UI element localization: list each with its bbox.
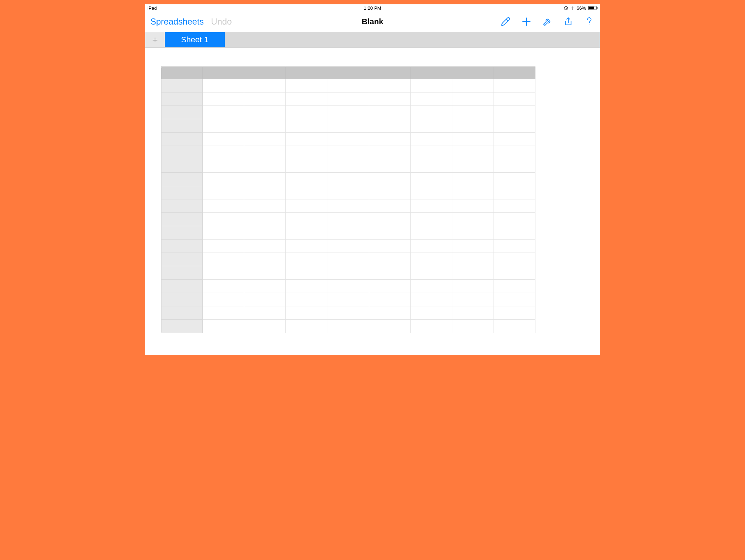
cell[interactable] [203, 213, 244, 226]
cell[interactable] [286, 159, 327, 173]
cell[interactable] [203, 293, 244, 306]
cell[interactable] [494, 266, 535, 280]
column-header[interactable] [327, 67, 369, 79]
cell[interactable] [494, 226, 535, 240]
cell[interactable] [410, 280, 452, 293]
cell[interactable] [452, 146, 494, 159]
plus-icon[interactable] [521, 16, 532, 27]
sheet-tab-1[interactable]: Sheet 1 [165, 32, 225, 47]
spreadsheet-canvas[interactable] [145, 48, 600, 355]
cell[interactable] [286, 266, 327, 280]
cell[interactable] [410, 320, 452, 333]
cell[interactable] [286, 173, 327, 186]
cell[interactable] [244, 92, 286, 106]
row-header[interactable] [162, 92, 203, 106]
cell[interactable] [452, 199, 494, 213]
cell[interactable] [327, 133, 369, 146]
cell[interactable] [244, 146, 286, 159]
cell[interactable] [203, 306, 244, 320]
cell[interactable] [494, 306, 535, 320]
cell[interactable] [452, 173, 494, 186]
cell[interactable] [410, 146, 452, 159]
cell[interactable] [244, 119, 286, 133]
help-icon[interactable] [584, 16, 595, 27]
cell[interactable] [244, 306, 286, 320]
cell[interactable] [286, 213, 327, 226]
cell[interactable] [452, 92, 494, 106]
wrench-icon[interactable] [542, 16, 553, 27]
cell[interactable] [244, 79, 286, 92]
cell[interactable] [452, 133, 494, 146]
cell[interactable] [494, 146, 535, 159]
column-header[interactable] [286, 67, 327, 79]
cell[interactable] [203, 186, 244, 199]
cell[interactable] [410, 226, 452, 240]
spreadsheet-grid[interactable] [161, 66, 535, 333]
cell[interactable] [452, 320, 494, 333]
cell[interactable] [369, 213, 410, 226]
cell[interactable] [494, 92, 535, 106]
cell[interactable] [494, 133, 535, 146]
cell[interactable] [369, 119, 410, 133]
cell[interactable] [203, 199, 244, 213]
cell[interactable] [410, 306, 452, 320]
cell[interactable] [244, 226, 286, 240]
cell[interactable] [369, 266, 410, 280]
cell[interactable] [203, 280, 244, 293]
cell[interactable] [327, 92, 369, 106]
cell[interactable] [327, 306, 369, 320]
cell[interactable] [244, 106, 286, 119]
row-header[interactable] [162, 266, 203, 280]
cell[interactable] [452, 106, 494, 119]
cell[interactable] [369, 240, 410, 253]
cell[interactable] [244, 293, 286, 306]
cell[interactable] [244, 173, 286, 186]
row-header[interactable] [162, 146, 203, 159]
column-header[interactable] [369, 67, 410, 79]
row-header[interactable] [162, 240, 203, 253]
cell[interactable] [203, 92, 244, 106]
cell[interactable] [410, 266, 452, 280]
column-header[interactable] [494, 67, 535, 79]
cell[interactable] [327, 280, 369, 293]
paintbrush-icon[interactable] [500, 16, 511, 27]
cell[interactable] [494, 199, 535, 213]
cell[interactable] [244, 213, 286, 226]
cell[interactable] [286, 146, 327, 159]
cell[interactable] [203, 320, 244, 333]
cell[interactable] [244, 186, 286, 199]
cell[interactable] [369, 79, 410, 92]
column-header[interactable] [203, 67, 244, 79]
cell[interactable] [286, 240, 327, 253]
cell[interactable] [494, 79, 535, 92]
row-header[interactable] [162, 133, 203, 146]
cell[interactable] [452, 119, 494, 133]
row-header[interactable] [162, 306, 203, 320]
cell[interactable] [286, 92, 327, 106]
cell[interactable] [410, 92, 452, 106]
cell[interactable] [494, 253, 535, 266]
column-header[interactable] [452, 67, 494, 79]
cell[interactable] [494, 280, 535, 293]
cell[interactable] [410, 133, 452, 146]
cell[interactable] [244, 253, 286, 266]
column-header[interactable] [410, 67, 452, 79]
cell[interactable] [410, 199, 452, 213]
cell[interactable] [327, 253, 369, 266]
cell[interactable] [286, 79, 327, 92]
cell[interactable] [203, 159, 244, 173]
cell[interactable] [369, 159, 410, 173]
cell[interactable] [327, 79, 369, 92]
cell[interactable] [452, 253, 494, 266]
cell[interactable] [203, 146, 244, 159]
row-header[interactable] [162, 106, 203, 119]
cell[interactable] [327, 186, 369, 199]
cell[interactable] [286, 199, 327, 213]
row-header[interactable] [162, 159, 203, 173]
cell[interactable] [410, 119, 452, 133]
row-header[interactable] [162, 173, 203, 186]
row-header[interactable] [162, 253, 203, 266]
row-header[interactable] [162, 79, 203, 92]
cell[interactable] [286, 320, 327, 333]
cell[interactable] [369, 280, 410, 293]
